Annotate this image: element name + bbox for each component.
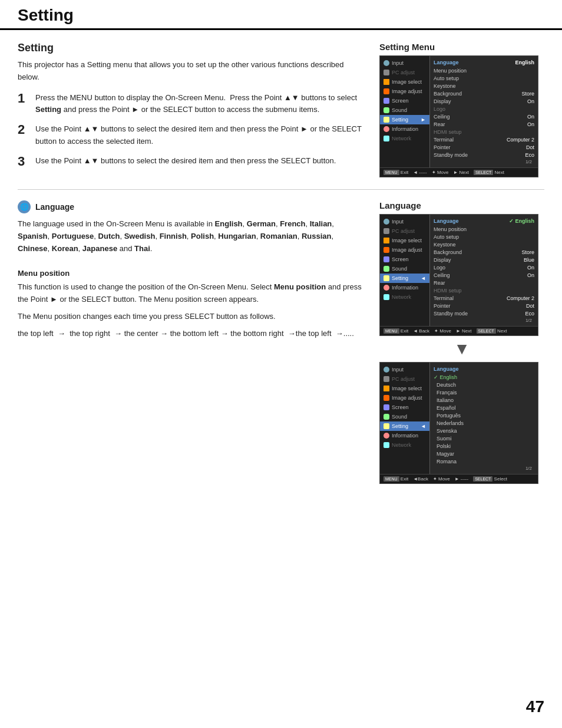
step-3: 3 Use the Point ▲▼ buttons to select the…	[18, 155, 362, 168]
divider-1	[18, 189, 544, 190]
langdrop-osd-setting: Setting ◄	[380, 421, 429, 431]
language-osd: Input PC adjust Image select Image	[379, 214, 538, 336]
langdrop-osd-pcadjust: PC adjust	[380, 374, 429, 384]
langdrop-osd-imgadjust: Image adjust	[380, 393, 429, 403]
osd-item-screen: Screen	[380, 96, 429, 106]
step-text-1: Press the MENU button to display the On-…	[35, 92, 362, 117]
lang-osd-screen: Screen	[380, 255, 429, 264]
step-num-2: 2	[18, 123, 29, 136]
language-icon: 🌐	[18, 200, 31, 213]
setting-menu-title: Setting Menu	[379, 42, 544, 52]
language-left-col: 🌐 Language The language used in the On-S…	[18, 200, 362, 484]
menu-position-section: Menu position This function is used to c…	[18, 269, 362, 340]
page-number: 47	[526, 697, 544, 716]
lang-osd-input: Input	[380, 217, 429, 226]
step-text-2: Use the Point ▲▼ buttons to select the d…	[35, 123, 362, 148]
menu-position-text2: The Menu position changes each time you …	[18, 311, 362, 323]
language-menu-title: Language	[379, 200, 544, 210]
lang-osd-imgselect: Image select	[380, 236, 429, 245]
setting-menu-osd: Input PC adjust Image select Image	[379, 55, 538, 177]
langdrop-osd-sound: Sound	[380, 412, 429, 421]
step-num-3: 3	[18, 155, 29, 168]
langdrop-osd-information: Information	[380, 431, 429, 440]
langdrop-osd-imgselect: Image select	[380, 384, 429, 393]
page-title: Setting	[18, 6, 544, 25]
langdrop-osd-network: Network	[380, 440, 429, 450]
lang-osd-sound: Sound	[380, 264, 429, 274]
menu-position-text1: This function is used to change the posi…	[18, 281, 362, 306]
langdrop-osd-input: Input	[380, 365, 429, 374]
language-title: Language	[35, 202, 74, 212]
lang-osd-information: Information	[380, 283, 429, 292]
osd-item-imgselect: Image select	[380, 77, 429, 87]
step-1: 1 Press the MENU button to display the O…	[18, 92, 362, 117]
step-text-3: Use the Point ▲▼ buttons to select the d…	[35, 155, 336, 167]
step-num-1: 1	[18, 92, 29, 105]
osd-item-sound: Sound	[380, 106, 429, 115]
osd-item-information: Information	[380, 124, 429, 134]
menu-position-title: Menu position	[18, 269, 362, 278]
language-right-col: Language Input PC adjust	[379, 200, 544, 484]
language-text: The language used in the On-Screen Menu …	[18, 218, 362, 255]
page-header: Setting	[0, 0, 562, 30]
section-title: Setting	[18, 42, 362, 54]
lang-osd-setting: Setting ◄	[380, 274, 429, 283]
menu-position-text3: the top left → the top right → the cente…	[18, 328, 362, 340]
lang-osd-imgadjust: Image adjust	[380, 245, 429, 255]
intro-text: This projector has a Setting menu that a…	[18, 59, 362, 84]
language-dropdown-osd: Input PC adjust Image select Image	[379, 362, 538, 484]
osd-item-input: Input	[380, 58, 429, 68]
osd-item-network: Network	[380, 134, 429, 143]
osd-item-imgadjust: Image adjust	[380, 87, 429, 96]
lang-osd-network: Network	[380, 292, 429, 302]
steps-list: 1 Press the MENU button to display the O…	[18, 92, 362, 168]
osd-item-pcadjust: PC adjust	[380, 68, 429, 77]
arrow-down-icon: ▼	[379, 340, 544, 358]
setting-intro-col: Setting This projector has a Setting men…	[18, 42, 362, 177]
osd-item-setting: Setting ►	[380, 115, 429, 124]
lang-osd-pcadjust: PC adjust	[380, 226, 429, 236]
setting-menu-col: Setting Menu Input PC adjust	[379, 42, 544, 177]
langdrop-osd-screen: Screen	[380, 403, 429, 412]
step-2: 2 Use the Point ▲▼ buttons to select the…	[18, 123, 362, 148]
language-header: 🌐 Language	[18, 200, 362, 213]
